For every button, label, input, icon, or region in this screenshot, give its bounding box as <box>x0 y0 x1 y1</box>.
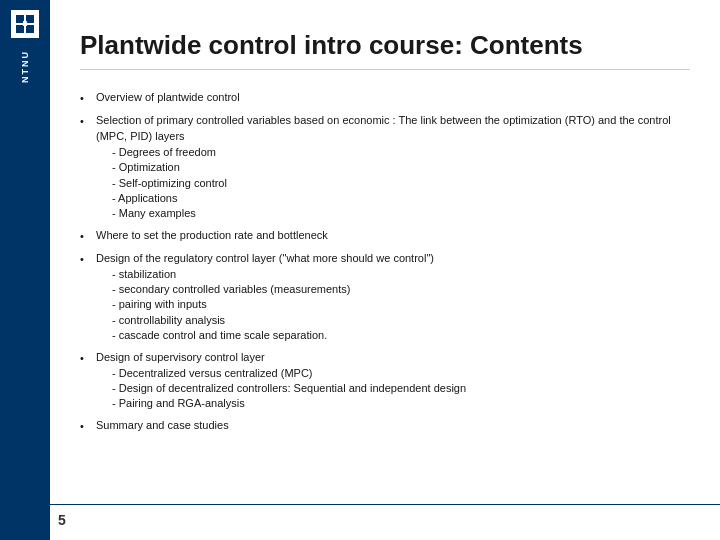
bullet-text-5: Design of supervisory control layer - De… <box>96 350 690 412</box>
sub-item-2-3: - Self-optimizing control <box>96 176 690 191</box>
bullet-dot-4: • <box>80 252 92 268</box>
bullet-dot-5: • <box>80 351 92 367</box>
bullet-item-3: • Where to set the production rate and b… <box>80 228 690 245</box>
sub-item-4-2: - secondary controlled variables (measur… <box>96 282 690 297</box>
logo-square: N <box>11 10 39 38</box>
bullet-item-2: • Selection of primary controlled variab… <box>80 113 690 222</box>
bullet-text-2: Selection of primary controlled variable… <box>96 113 690 222</box>
sub-item-5-3: - Pairing and RGA-analysis <box>96 396 690 411</box>
bullet-text-1: Overview of plantwide control <box>96 90 690 106</box>
sub-item-2-4: - Applications <box>96 191 690 206</box>
sub-item-4-1: - stabilization <box>96 267 690 282</box>
bottom-divider <box>50 504 720 505</box>
sub-item-2-5: - Many examples <box>96 206 690 221</box>
bullet-item-5: • Design of supervisory control layer - … <box>80 350 690 412</box>
slide-title: Plantwide control intro course: Contents <box>80 30 690 70</box>
sub-item-4-5: - cascade control and time scale separat… <box>96 328 690 343</box>
bullet-item-1: • Overview of plantwide control <box>80 90 690 107</box>
sub-item-5-1: - Decentralized versus centralized (MPC) <box>96 366 690 381</box>
sub-item-5-2: - Design of decentralized controllers: S… <box>96 381 690 396</box>
ntnu-text: NTNU <box>20 50 30 83</box>
svg-text:N: N <box>22 20 27 27</box>
left-sidebar: N NTNU <box>0 0 50 540</box>
sub-item-2-1: - Degrees of freedom <box>96 145 690 160</box>
bullet-text-6: Summary and case studies <box>96 418 690 434</box>
bullet-item-4: • Design of the regulatory control layer… <box>80 251 690 344</box>
page-number: 5 <box>50 512 66 528</box>
bullet-dot-1: • <box>80 91 92 107</box>
slide-container: N NTNU Plantwide control intro course: C… <box>0 0 720 540</box>
main-content: Plantwide control intro course: Contents… <box>50 0 720 540</box>
ntnu-logo: N <box>11 10 39 42</box>
sub-item-2-2: - Optimization <box>96 160 690 175</box>
bullet-dot-6: • <box>80 419 92 435</box>
sub-item-4-3: - pairing with inputs <box>96 297 690 312</box>
bullet-text-2-main: Selection of primary controlled variable… <box>96 114 671 142</box>
bullet-text-4: Design of the regulatory control layer (… <box>96 251 690 344</box>
bullet-text-4-main: Design of the regulatory control layer (… <box>96 252 434 264</box>
sub-item-4-4: - controllability analysis <box>96 313 690 328</box>
bullet-text-3: Where to set the production rate and bot… <box>96 228 690 244</box>
bullet-dot-2: • <box>80 114 92 130</box>
bullet-text-5-main: Design of supervisory control layer <box>96 351 265 363</box>
bullet-item-6: • Summary and case studies <box>80 418 690 435</box>
ntnu-logo-svg: N <box>14 13 36 35</box>
bullet-dot-3: • <box>80 229 92 245</box>
content-area: • Overview of plantwide control • Select… <box>80 90 690 435</box>
